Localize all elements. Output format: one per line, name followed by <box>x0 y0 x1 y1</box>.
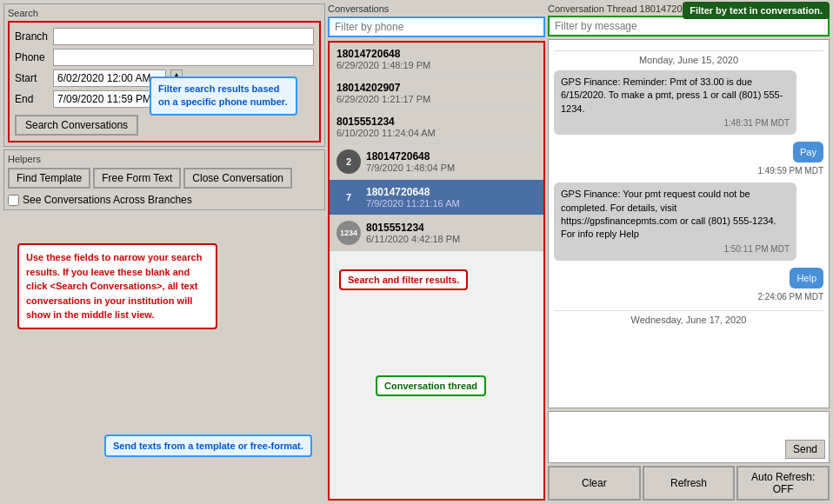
helpers-buttons: Find Template Free Form Text Close Conve… <box>8 168 321 189</box>
conv-date-1: 6/29/2020 1:48:19 PM <box>337 60 536 70</box>
message-4: Help <box>790 268 823 288</box>
compose-area: Send <box>548 411 830 463</box>
conv-date-4: 7/9/2020 1:48:04 PM <box>366 162 536 173</box>
conv-item-4[interactable]: 2 18014720648 7/9/2020 1:48:04 PM <box>330 144 543 180</box>
clear-button[interactable]: Clear <box>548 466 641 501</box>
conv-number-2: 18014202907 <box>337 82 536 94</box>
helpers-section: Helpers Find Template Free Form Text Clo… <box>3 149 325 210</box>
close-conversation-button[interactable]: Close Conversation <box>183 168 292 189</box>
annotation-filter-phone: Filter search results based on a specifi… <box>150 76 297 116</box>
helpers-label: Helpers <box>8 154 321 164</box>
annotation-search-filter: Search and filter results. <box>339 269 468 290</box>
message-3: GPS Finance: Your pmt request could not … <box>554 182 796 261</box>
middle-panel: Conversations 18014720648 6/29/2020 1:48… <box>328 3 545 501</box>
message-4-time: 2:24:06 PM MDT <box>757 292 823 302</box>
see-across-label: See Conversations Across Branches <box>23 194 192 206</box>
filter-phone-input[interactable] <box>328 17 545 37</box>
message-2-time: 1:49:59 PM MDT <box>757 166 823 176</box>
see-across-checkbox[interactable] <box>8 195 19 206</box>
conv-item-3[interactable]: 8015551234 6/10/2020 11:24:04 AM <box>330 110 543 144</box>
annotation-send-texts: Send texts from a template or free-forma… <box>104 434 312 457</box>
annotation-conv-thread: Conversation thread <box>376 375 486 396</box>
conv-item-6[interactable]: 1234 8015551234 6/11/2020 4:42:18 PM <box>330 216 543 251</box>
refresh-button[interactable]: Refresh <box>643 466 736 501</box>
conv-item-1[interactable]: 18014720648 6/29/2020 1:48:19 PM <box>330 43 543 76</box>
branch-input[interactable] <box>53 28 314 45</box>
search-conversations-button[interactable]: Search Conversations <box>15 115 138 136</box>
conversations-label: Conversations <box>328 3 545 14</box>
conv-date-2: 6/29/2020 1:21:17 PM <box>337 94 536 104</box>
conv-badge-5: 7 <box>337 185 361 209</box>
message-3-text: GPS Finance: Your pmt request could not … <box>561 189 776 239</box>
date-divider-2: Wednesday, June 17, 2020 <box>554 310 823 325</box>
message-1-text: GPS Finance: Reminder: Pmt of 33.00 is d… <box>561 76 783 114</box>
send-button[interactable]: Send <box>785 440 825 459</box>
conv-number-4: 18014720648 <box>366 150 536 162</box>
start-label: Start <box>15 72 50 84</box>
message-4-text: Help <box>796 273 816 283</box>
conv-item-5[interactable]: 7 18014720648 7/9/2020 11:21:16 AM <box>330 180 543 216</box>
conv-badge-4: 2 <box>337 149 361 174</box>
phone-input[interactable] <box>53 49 314 66</box>
end-label: End <box>15 93 50 105</box>
date-divider-1: Monday, June 15, 2020 <box>554 50 823 65</box>
conv-date-6: 6/11/2020 4:42:18 PM <box>366 234 536 244</box>
conv-number-6: 8015551234 <box>366 222 536 234</box>
find-template-button[interactable]: Find Template <box>8 168 90 189</box>
conv-item-2[interactable]: 18014202907 6/29/2020 1:21:17 PM <box>330 76 543 110</box>
annotation-filter-text: Filter by text in conversation. <box>683 2 830 19</box>
search-label: Search <box>8 8 321 18</box>
conv-date-5: 7/9/2020 11:21:16 AM <box>366 198 536 209</box>
annotation-search-results: Use these fields to narrow your search r… <box>17 243 217 329</box>
message-3-time: 1:50:11 PM MDT <box>561 243 790 255</box>
conv-number-1: 18014720648 <box>337 48 536 60</box>
message-1-time: 1:48:31 PM MDT <box>561 117 790 129</box>
search-section: Search Branch Phone Start ▲ <box>3 3 325 147</box>
free-form-text-button[interactable]: Free Form Text <box>93 168 181 189</box>
conv-date-3: 6/10/2020 11:24:04 AM <box>337 128 536 138</box>
right-panel: Conversation Thread 18014720648 Monday, … <box>548 3 830 501</box>
see-across-row: See Conversations Across Branches <box>8 194 321 206</box>
thread-messages: Monday, June 15, 2020 GPS Finance: Remin… <box>548 39 830 408</box>
message-1: GPS Finance: Reminder: Pmt of 33.00 is d… <box>554 70 796 135</box>
auto-refresh-button[interactable]: Auto Refresh: OFF <box>736 466 830 501</box>
conv-badge-6: 1234 <box>337 221 361 245</box>
conv-number-3: 8015551234 <box>337 116 536 128</box>
message-2: Pay <box>793 142 823 162</box>
phone-label: Phone <box>15 51 50 63</box>
conv-number-5: 18014720648 <box>366 186 536 198</box>
bottom-buttons: Clear Refresh Auto Refresh: OFF <box>548 466 830 501</box>
message-2-text: Pay <box>800 147 816 157</box>
branch-label: Branch <box>15 30 50 43</box>
